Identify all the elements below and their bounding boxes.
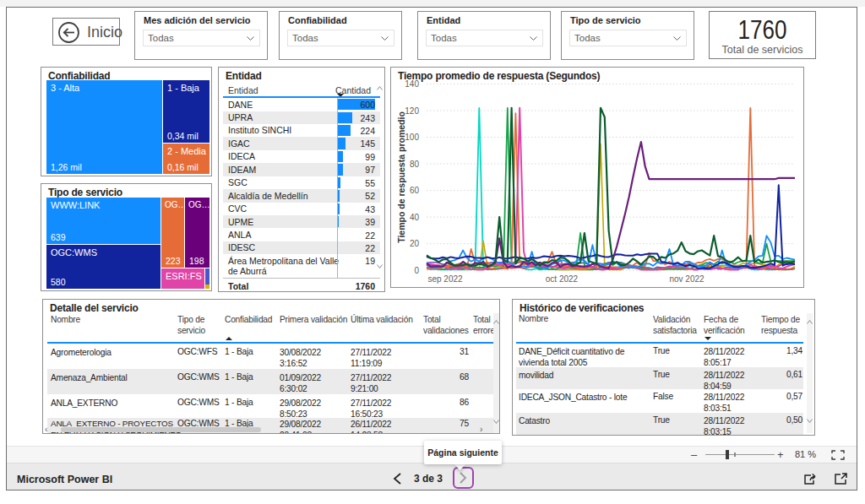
svg-text:100: 100 <box>405 133 419 142</box>
svg-text:120: 120 <box>405 106 419 116</box>
svg-text:60: 60 <box>410 186 420 195</box>
svg-text:40: 40 <box>410 213 420 222</box>
svg-text:0: 0 <box>414 266 419 275</box>
svg-text:nov 2022: nov 2022 <box>669 274 705 284</box>
svg-text:20: 20 <box>410 239 420 248</box>
svg-text:oct 2022: oct 2022 <box>546 274 579 284</box>
svg-text:140: 140 <box>405 79 419 89</box>
svg-text:Tiempo de respuesta promedio: Tiempo de respuesta promedio <box>396 111 406 243</box>
svg-text:sep 2022: sep 2022 <box>427 274 463 284</box>
svg-text:80: 80 <box>410 160 420 169</box>
